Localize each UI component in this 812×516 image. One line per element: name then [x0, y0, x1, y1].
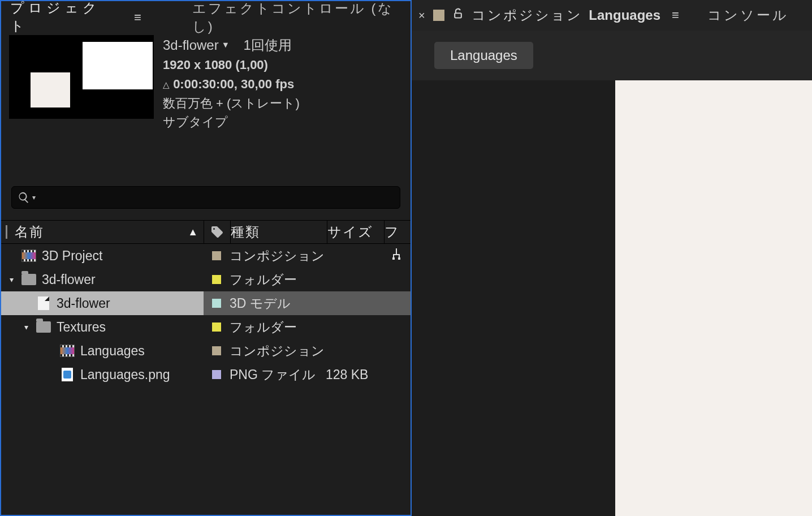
unlock-icon[interactable]	[452, 7, 464, 24]
column-headers: 名前 ▲ 種類 サイズ フ	[1, 220, 411, 244]
tree-row-textures-f[interactable]: ▾Texturesフォルダー	[1, 315, 411, 339]
row-type: コンポジション	[230, 247, 326, 265]
tree-row-3d-flower-m[interactable]: 3d-flower3D モデル	[1, 291, 411, 315]
search-dropdown-icon[interactable]: ▾	[32, 194, 36, 201]
twisty-icon[interactable]: ▾	[21, 322, 31, 332]
col-header-tag[interactable]	[204, 225, 230, 239]
col-header-type[interactable]: 種類	[231, 223, 327, 241]
row-label: 3d-flower	[57, 296, 110, 311]
close-tab-icon[interactable]: ×	[418, 9, 425, 22]
tree-row-3d-flower-f[interactable]: ▾3d-flowerフォルダー	[1, 268, 411, 291]
tree-row-3d-project[interactable]: 3D Projectコンポジション	[1, 244, 411, 268]
item-uses: 1回使用	[244, 37, 292, 53]
project-tree: 3D Projectコンポジション▾3d-flowerフォルダー3d-flowe…	[1, 244, 411, 386]
row-type: 3D モデル	[230, 295, 326, 312]
item-dimensions: 1920 x 1080 (1,00)	[163, 58, 268, 72]
item-duration: 0:00:30:00, 30,00 fps	[173, 77, 294, 91]
item-subtype: サブタイプ	[163, 114, 300, 131]
twisty-icon[interactable]: ▾	[7, 275, 16, 284]
row-size: 128 KB	[326, 367, 382, 382]
tag-icon	[210, 225, 224, 239]
composition-viewer[interactable]	[412, 80, 812, 516]
item-color-depth: 数百万色 + (ストレート)	[163, 95, 300, 112]
label-swatch[interactable]	[212, 251, 221, 260]
row-type: フォルダー	[230, 271, 326, 289]
label-swatch[interactable]	[212, 370, 221, 379]
item-thumbnail	[9, 35, 154, 119]
row-type: フォルダー	[230, 319, 326, 336]
tab-project[interactable]: プロジェクト	[10, 0, 114, 37]
composition-panel-tabs: × コンポジション Languages ≡ コンソール	[412, 0, 812, 31]
search-icon	[18, 191, 30, 204]
row-label: Languages	[80, 343, 145, 359]
item-name[interactable]: 3d-flower	[163, 37, 219, 53]
row-label: 3d-flower	[42, 272, 96, 287]
tab-console[interactable]: コンソール	[707, 6, 789, 24]
item-name-dropdown-icon[interactable]: ▼	[221, 39, 229, 50]
breadcrumb-item[interactable]: Languages	[434, 42, 533, 69]
project-panel: プロジェクト ≡ エフェクトコントロール (なし) 3d-flower▼ 1回使…	[0, 0, 412, 516]
project-search[interactable]: ▾	[11, 186, 400, 209]
sort-asc-icon[interactable]: ▲	[188, 226, 199, 238]
project-panel-tabs: プロジェクト ≡ エフェクトコントロール (なし)	[1, 1, 411, 32]
panel-menu-icon[interactable]: ≡	[672, 8, 679, 23]
row-label: Textures	[57, 320, 106, 335]
label-swatch[interactable]	[212, 299, 221, 308]
label-swatch[interactable]	[212, 346, 221, 355]
col-header-name[interactable]: 名前 ▲	[1, 223, 204, 241]
label-swatch[interactable]	[212, 275, 221, 284]
flowchart-icon[interactable]	[390, 247, 403, 264]
col-header-size[interactable]: サイズ	[327, 223, 384, 241]
selected-item-info: 3d-flower▼ 1回使用 1920 x 1080 (1,00) △ 0:0…	[1, 32, 411, 131]
delta-icon: △	[163, 80, 170, 89]
row-label: 3D Project	[42, 248, 102, 264]
row-type: PNG ファイル	[230, 366, 326, 384]
panel-menu-icon[interactable]: ≡	[134, 10, 141, 25]
composition-breadcrumb-bar: Languages	[412, 31, 812, 80]
row-type: コンポジション	[230, 342, 326, 360]
label-color-swatch[interactable]	[433, 10, 444, 21]
tab-effect-controls[interactable]: エフェクトコントロール (なし)	[192, 0, 405, 36]
row-label: Languages.png	[80, 367, 170, 382]
composition-panel: × コンポジション Languages ≡ コンソール Languages	[412, 0, 812, 516]
col-header-frame[interactable]: フ	[385, 223, 411, 241]
composition-canvas	[615, 80, 812, 516]
label-swatch[interactable]	[212, 322, 221, 332]
tree-row-lang-comp[interactable]: Languagesコンポジション	[1, 339, 411, 363]
tab-composition[interactable]: コンポジション Languages	[472, 6, 660, 24]
svg-rect-0	[455, 13, 461, 18]
search-input[interactable]	[38, 192, 394, 204]
tree-row-lang-png[interactable]: Languages.pngPNG ファイル128 KB	[1, 363, 411, 386]
